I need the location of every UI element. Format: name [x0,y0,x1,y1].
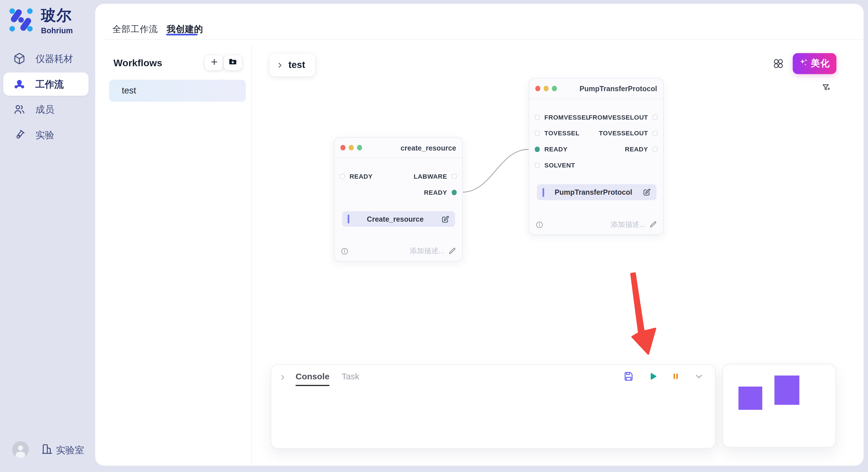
node-title: create_resource [400,143,456,152]
sidebar-item-label: 实验 [35,129,54,141]
workspace-label[interactable]: 实验室 [56,444,84,457]
node-header: PumpTransferProtocol [529,78,663,99]
plus-icon [210,57,218,69]
test-tube-icon [13,129,25,141]
description-placeholder[interactable]: 添加描述... [611,220,646,230]
port-input-tovessel[interactable]: TOVESSEL [535,131,580,136]
node-pump-transfer-protocol[interactable]: PumpTransferProtocol FROMVESSEL TOVESSEL… [529,78,664,235]
lab-building-icon [41,443,53,455]
port-circle[interactable] [340,174,345,179]
tab-all-workflows[interactable]: 全部工作流 [112,24,158,35]
brand-name-zh: 玻尔 [41,8,72,24]
sidebar-item-label: 工作流 [35,78,63,90]
apps-grid-icon[interactable] [773,58,784,69]
description-placeholder[interactable]: 添加描述... [410,246,444,256]
filter-icon[interactable] [822,83,831,92]
avatar[interactable] [12,441,29,458]
port-output-fromvesselout[interactable]: FROMVESSELOUT [588,114,658,120]
console-actions [623,371,704,382]
brand-logo[interactable] [8,7,34,33]
port-circle[interactable] [535,131,540,136]
pause-icon[interactable] [671,371,680,382]
port-circle[interactable] [652,115,658,120]
port-output-labware[interactable]: LABWARE [414,174,457,179]
workspace-switcher: 实验室 [0,437,92,464]
port-circle-connected[interactable] [535,147,540,152]
tabs-divider [103,39,864,40]
node-footer: 添加描述... [529,217,663,232]
bohrium-logo-icon [8,7,34,33]
port-output-tovesselout[interactable]: TOVESSELOUT [599,131,658,136]
tab-task[interactable]: Task [342,372,359,385]
members-icon [13,103,25,115]
run-play-icon[interactable] [647,371,658,382]
add-workflow-button[interactable] [205,55,223,70]
port-output-ready[interactable]: READY [625,146,658,152]
workflow-icon [13,78,25,90]
sidebar: 玻尔 Bohrium 仪器耗材 工作流 [0,0,92,472]
breadcrumb[interactable]: test [270,54,315,76]
traffic-dots-icon [340,145,362,150]
beautify-label: 美化 [811,58,830,70]
workflow-list-title: Workflows [113,58,162,69]
port-input-solvent[interactable]: SOLVENT [535,163,575,168]
workflow-list-item[interactable]: test [109,80,246,102]
node-create-resource[interactable]: create_resource READY LABWARE READY Crea… [334,137,463,262]
port-input-ready[interactable]: READY [535,146,567,152]
port-circle[interactable] [535,115,540,120]
sidebar-item-label: 仪器耗材 [35,52,73,65]
panel-divider [251,44,252,465]
tab-console[interactable]: Console [296,372,330,386]
info-icon[interactable] [535,221,544,229]
console-panel: Console Task [271,365,716,448]
port-circle-connected[interactable] [452,190,457,195]
port-circle[interactable] [652,131,658,136]
sparkles-icon [799,58,808,69]
port-input-fromvessel[interactable]: FROMVESSEL [535,114,590,120]
node-action-pill[interactable]: PumpTransferProtocol [537,184,657,200]
minimap-node [774,375,799,405]
minimap[interactable] [722,364,836,447]
sidebar-item-label: 成员 [35,103,54,116]
edit-icon[interactable] [643,188,651,196]
port-input-ready[interactable]: READY [340,174,373,179]
node-title: PumpTransferProtocol [580,84,657,93]
folder-download-icon [228,57,238,69]
port-circle[interactable] [535,163,540,168]
pencil-icon[interactable] [448,247,456,255]
minimap-node [739,386,763,410]
chevron-down-icon[interactable] [693,371,704,382]
sidebar-item-instruments[interactable]: 仪器耗材 [3,47,89,70]
edit-icon[interactable] [441,215,450,223]
main-panel: 全部工作流 我创建的 Workflows tes [95,4,864,465]
save-icon[interactable] [623,371,634,382]
node-footer: 添加描述... [334,244,462,258]
port-circle[interactable] [652,147,658,152]
chevron-right-icon[interactable] [279,373,286,384]
sidebar-item-workflow[interactable]: 工作流 [3,72,89,96]
brand-name-en: Bohrium [41,26,73,35]
package-icon [13,53,25,65]
import-folder-button[interactable] [224,55,242,70]
sidebar-item-experiments[interactable]: 实验 [3,124,89,146]
info-icon[interactable] [340,247,349,255]
node-action-pill[interactable]: Create_resource [342,211,455,227]
traffic-dots-icon [535,86,557,91]
workflow-item-name: test [122,86,136,96]
pencil-icon[interactable] [649,221,657,228]
node-header: create_resource [334,138,462,158]
port-circle[interactable] [452,174,457,179]
sidebar-item-members[interactable]: 成员 [3,98,89,121]
port-output-ready[interactable]: READY [424,190,457,195]
beautify-button[interactable]: 美化 [793,53,836,74]
active-tab-underline [166,34,198,36]
chevron-right-icon [276,61,283,69]
breadcrumb-label: test [288,59,305,71]
